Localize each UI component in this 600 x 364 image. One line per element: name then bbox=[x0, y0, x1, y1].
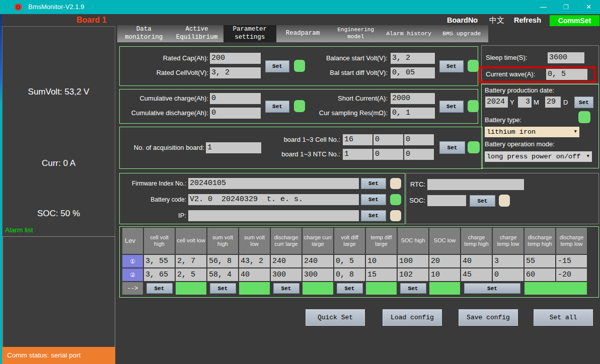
cell-no-field-2[interactable]: 0 bbox=[373, 134, 403, 145]
alarm-value-cell[interactable]: 60 bbox=[524, 268, 555, 281]
cum-charge-field[interactable]: 0 bbox=[210, 93, 261, 104]
column-set-button[interactable]: Set bbox=[273, 283, 299, 294]
alarm-value-cell[interactable]: 300 bbox=[271, 268, 302, 281]
ip-label: IP: bbox=[121, 210, 186, 221]
alarm-value-cell[interactable]: -20 bbox=[556, 268, 587, 281]
alarm-value-cell[interactable]: 0, 8 bbox=[334, 268, 365, 281]
board-set-button[interactable]: Set bbox=[439, 141, 465, 154]
alarm-value-cell[interactable]: 10 bbox=[366, 255, 397, 267]
alarm-value-cell[interactable]: 58, 4 bbox=[207, 268, 238, 281]
sleep-time-field[interactable]: 3600 bbox=[548, 52, 584, 63]
cur-sampling-field[interactable]: 0, 1 bbox=[391, 108, 435, 119]
alarm-value-cell[interactable]: 2, 5 bbox=[176, 268, 206, 281]
short-current-field[interactable]: 2000 bbox=[391, 93, 435, 104]
close-icon[interactable]: ✕ bbox=[577, 0, 600, 14]
day-field[interactable]: 29 bbox=[545, 97, 561, 108]
month-field[interactable]: 3 bbox=[518, 97, 532, 108]
rated-cap-field[interactable]: 200 bbox=[210, 53, 261, 64]
short-current-set-button[interactable]: Set bbox=[439, 101, 464, 113]
alarm-value-cell[interactable]: 56, 8 bbox=[207, 255, 238, 267]
soc-set-button[interactable]: Set bbox=[470, 195, 495, 207]
cumulative-set-indicator bbox=[294, 100, 305, 112]
ntc-no-field-2[interactable]: 0 bbox=[373, 149, 403, 160]
alarm-value-cell[interactable]: 43, 2 bbox=[239, 255, 270, 267]
set-all-button[interactable]: Set all bbox=[534, 309, 593, 326]
tab-engineering-model[interactable]: Engineering model bbox=[329, 25, 382, 42]
cumulative-set-button[interactable]: Set bbox=[265, 101, 289, 113]
alarm-value-cell[interactable]: 102 bbox=[398, 268, 428, 281]
tab-readparam[interactable]: Readparam bbox=[276, 25, 329, 42]
balance-set-button[interactable]: Set bbox=[439, 60, 464, 72]
alarm-value-cell[interactable]: 45 bbox=[461, 268, 492, 281]
alarm-value-cell[interactable]: -15 bbox=[556, 255, 587, 267]
alarm-value-cell[interactable]: 300 bbox=[303, 268, 333, 281]
alarm-list-box[interactable] bbox=[3, 236, 115, 347]
column-set-button[interactable]: Set bbox=[400, 283, 426, 294]
rated-set-button[interactable]: Set bbox=[265, 60, 289, 72]
tab-parameter-settings[interactable]: Parameter settings bbox=[223, 25, 276, 42]
alarm-value-cell[interactable]: 10 bbox=[429, 268, 460, 281]
tab-active-equilibrium[interactable]: Active Equilibrium bbox=[170, 25, 223, 42]
cell-no-field-1[interactable]: 16 bbox=[343, 134, 372, 145]
column-set-indicator bbox=[429, 282, 460, 295]
column-set-button[interactable]: Set bbox=[210, 283, 236, 294]
soc-field[interactable] bbox=[427, 195, 466, 206]
ntc-no-field-1[interactable]: 1 bbox=[343, 149, 372, 160]
alarm-list-label: Alarm list bbox=[5, 226, 33, 234]
column-set-button[interactable]: Set bbox=[146, 283, 173, 294]
maximize-icon[interactable]: ❐ bbox=[555, 0, 577, 14]
alarm-value-cell[interactable]: 0, 5 bbox=[334, 255, 365, 267]
rtc-field[interactable] bbox=[427, 179, 524, 190]
soc-label: SOC: bbox=[407, 195, 425, 206]
alarm-value-cell[interactable]: 100 bbox=[398, 255, 428, 267]
battery-code-set-button[interactable]: Set bbox=[361, 194, 386, 205]
refresh-button[interactable]: Refresh bbox=[514, 16, 541, 24]
column-set-button[interactable]: Set bbox=[464, 283, 520, 294]
ip-set-button[interactable]: Set bbox=[361, 210, 386, 221]
bal-diff-field[interactable]: 0, 05 bbox=[391, 67, 435, 78]
save-config-button[interactable]: Save config bbox=[459, 309, 518, 326]
rated-cellvolt-field[interactable]: 3, 2 bbox=[210, 67, 261, 78]
minimize-icon[interactable]: — bbox=[532, 0, 555, 14]
firmware-set-button[interactable]: Set bbox=[361, 178, 386, 189]
alarm-value-cell[interactable]: 15 bbox=[366, 268, 397, 281]
alarm-value-cell[interactable]: 40 bbox=[239, 268, 270, 281]
battery-code-field[interactable]: V2. 0 20240329 t. e. s. bbox=[188, 194, 359, 205]
window-controls: — ❐ ✕ bbox=[532, 0, 600, 14]
alarm-value-cell[interactable]: 240 bbox=[271, 255, 302, 267]
tab-alarm-history[interactable]: Alarm history bbox=[382, 25, 435, 42]
operation-mode-dropdown[interactable]: long press power on/off ▼ bbox=[485, 151, 592, 162]
date-set-button[interactable]: Set bbox=[574, 97, 593, 108]
alarm-value-cell[interactable]: 3 bbox=[493, 255, 523, 267]
battery-code-label: Battery code: bbox=[121, 194, 186, 205]
firmware-field[interactable]: 20240105 bbox=[188, 178, 359, 189]
balance-set-indicator bbox=[468, 60, 479, 72]
bal-diff-label: Bal start diff Volt(V): bbox=[311, 67, 388, 78]
cell-no-field-3[interactable]: 0 bbox=[404, 134, 434, 145]
firmware-set-indicator bbox=[390, 178, 401, 189]
quick-set-button[interactable]: Quick Set bbox=[306, 309, 365, 326]
day-unit-label: D bbox=[563, 99, 568, 106]
alarm-value-cell[interactable]: 2, 7 bbox=[176, 255, 206, 267]
alarm-value-cell[interactable]: 0 bbox=[493, 268, 523, 281]
alarm-value-cell[interactable]: 55 bbox=[524, 255, 555, 267]
ntc-no-field-3[interactable]: 0 bbox=[404, 149, 434, 160]
battery-type-dropdown[interactable]: lithium iron ▼ bbox=[485, 127, 579, 137]
alarm-value-cell[interactable]: 40 bbox=[461, 255, 492, 267]
year-field[interactable]: 2024 bbox=[485, 97, 508, 108]
alarm-value-cell[interactable]: 3, 55 bbox=[144, 255, 175, 267]
alarm-value-cell[interactable]: 20 bbox=[429, 255, 460, 267]
load-config-button[interactable]: Load config bbox=[383, 309, 442, 326]
boardno-button[interactable]: BoardNo bbox=[447, 16, 478, 24]
balance-start-field[interactable]: 3, 2 bbox=[391, 53, 435, 64]
footer-set-cell: Set bbox=[398, 282, 428, 295]
language-toggle[interactable]: 中文 bbox=[489, 16, 504, 25]
tab-data-monitoring[interactable]: Data monitoring bbox=[117, 25, 170, 42]
commset-button[interactable]: CommSet bbox=[550, 15, 599, 26]
alarm-value-cell[interactable]: 240 bbox=[303, 255, 333, 267]
column-set-button[interactable]: Set bbox=[337, 283, 363, 294]
alarm-value-cell[interactable]: 3, 65 bbox=[144, 268, 175, 281]
tab-bms-upgrade[interactable]: BMS upgrade bbox=[435, 25, 488, 42]
ip-field[interactable] bbox=[188, 210, 359, 221]
cum-discharge-field[interactable]: 0 bbox=[210, 108, 261, 119]
